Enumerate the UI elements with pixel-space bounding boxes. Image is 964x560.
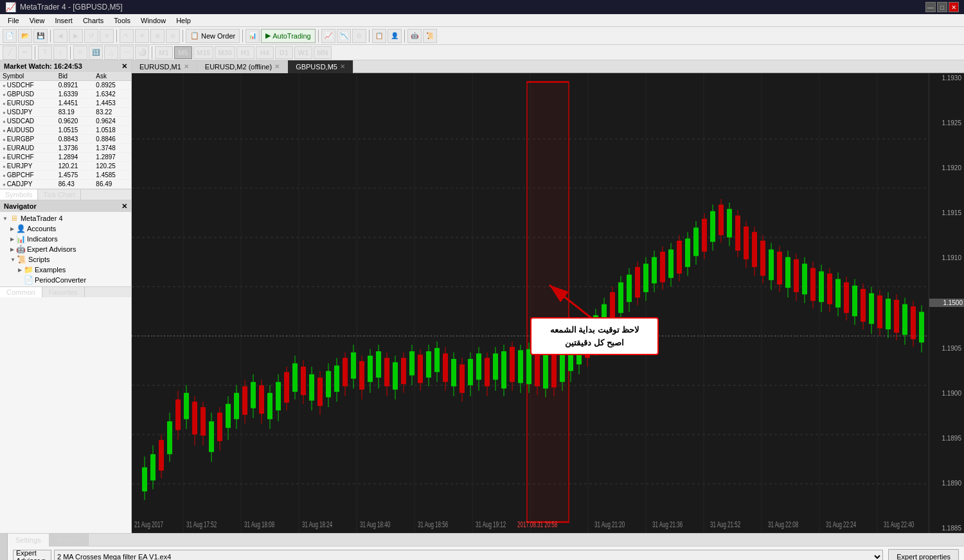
market-watch-row[interactable]: ●EURCHF 1.2894 1.2897 <box>0 153 131 162</box>
ea-type-dropdown[interactable]: Expert Advisor ▾ <box>13 550 51 560</box>
navigator-close[interactable]: ✕ <box>121 202 127 211</box>
chart-tab-gbpusd-m5[interactable]: GBPUSD,M5 ✕ <box>288 60 353 73</box>
nav-item-ea[interactable]: ▶ 🤖 Expert Advisors <box>1 244 130 254</box>
arrow-btn[interactable]: ↕ <box>53 46 67 60</box>
stop-btn[interactable]: ✕ <box>100 29 114 43</box>
market-watch-row[interactable]: ●GBPCHF 1.4575 1.4585 <box>0 171 131 180</box>
line-btn[interactable]: 📈 <box>321 29 335 43</box>
mw-symbol: ●CADJPY <box>0 180 56 189</box>
market-watch-close[interactable]: ✕ <box>121 62 127 71</box>
open-btn[interactable]: 📂 <box>18 29 32 43</box>
svg-rect-114 <box>518 350 523 383</box>
svg-rect-76 <box>359 361 364 389</box>
menu-insert[interactable]: Insert <box>49 15 78 26</box>
zoom-out-btn[interactable]: ⊖ <box>166 29 180 43</box>
indicator-btn[interactable]: ⚙ <box>352 29 366 43</box>
nav-arrow-scripts: ▼ <box>10 257 15 263</box>
window-controls[interactable]: — □ ✕ <box>925 2 959 12</box>
level-btn[interactable]: ≡ <box>73 46 87 60</box>
tf-m30[interactable]: M30 <box>215 46 235 59</box>
nav-label-accounts: Accounts <box>27 225 56 232</box>
nav-item-indicators[interactable]: ▶ 📊 Indicators <box>1 234 130 244</box>
side-collapse-btn[interactable]: ◀ <box>0 534 8 560</box>
ea-select[interactable]: 2 MA Crosses Mega filter EA V1.ex4 <box>54 550 883 560</box>
menu-help[interactable]: Help <box>171 15 196 26</box>
market-watch-row[interactable]: ●EURGBP 0.8843 0.8846 <box>0 135 131 144</box>
tf-h4[interactable]: H4 <box>256 46 274 59</box>
nav-item-root[interactable]: ▼ 🖥 MetaTrader 4 <box>1 213 130 223</box>
nav-tab-favorites[interactable]: Favorites <box>42 287 85 297</box>
mw-tab-symbols[interactable]: Symbols <box>0 189 38 200</box>
auto-trading-button[interactable]: ▶ AutoTrading <box>261 29 316 43</box>
chart-tab-close-0[interactable]: ✕ <box>184 63 189 70</box>
st-tab-journal[interactable]: Journal <box>49 534 89 547</box>
save-btn[interactable]: 💾 <box>33 29 48 43</box>
period-btn[interactable]: 📉 <box>337 29 351 43</box>
nav-item-scripts[interactable]: ▼ 📜 Scripts <box>1 254 130 265</box>
chart-tab-close-2[interactable]: ✕ <box>340 63 345 70</box>
elliot-btn[interactable]: 〰 <box>120 46 134 60</box>
tf-m15[interactable]: M15 <box>193 46 213 59</box>
expert-btn[interactable]: 🤖 <box>407 29 422 43</box>
svg-rect-106 <box>485 358 490 386</box>
tf-m5[interactable]: M5 <box>174 46 192 59</box>
tf-h1[interactable]: H1 <box>237 46 254 59</box>
mw-tab-tick[interactable]: Tick Chart <box>38 189 81 200</box>
nav-item-examples[interactable]: ▶ 📁 Examples <box>1 265 130 275</box>
cycle-btn[interactable]: ⚪ <box>135 46 149 60</box>
nav-item-accounts[interactable]: ▶ 👤 Accounts <box>1 223 130 234</box>
cursor-btn[interactable]: ↖ <box>120 29 134 43</box>
st-tab-settings[interactable]: Settings <box>8 534 49 547</box>
new-btn[interactable]: 📄 <box>3 29 17 43</box>
crosshair-btn[interactable]: ✛ <box>135 29 149 43</box>
nav-tab-common[interactable]: Common <box>0 287 42 297</box>
menu-window[interactable]: Window <box>136 15 171 26</box>
chart-tab-eurusd-m1[interactable]: EURUSD,M1 ✕ <box>132 60 197 73</box>
market-watch-row[interactable]: ●EURJPY 120.21 120.25 <box>0 162 131 171</box>
zoom-in-btn[interactable]: ⊕ <box>150 29 165 43</box>
close-button[interactable]: ✕ <box>949 2 959 12</box>
profile-btn[interactable]: 👤 <box>388 29 402 43</box>
chart-tab-eurusd-m2[interactable]: EURUSD,M2 (offline) ✕ <box>197 60 288 73</box>
market-watch-row[interactable]: ●EURAUD 1.3736 1.3748 <box>0 144 131 153</box>
navigator-panel: Navigator ✕ ▼ 🖥 MetaTrader 4 ▶ 👤 Account… <box>0 200 131 533</box>
draw-btn[interactable]: ✏ <box>18 46 32 60</box>
svg-rect-46 <box>234 393 239 419</box>
market-watch-row[interactable]: ●AUDUSD 1.0515 1.0518 <box>0 126 131 135</box>
menu-view[interactable]: View <box>24 15 50 26</box>
nav-folder-icon-ea: 🤖 <box>16 245 25 254</box>
fib-btn[interactable]: 🔢 <box>89 46 103 60</box>
tf-mn[interactable]: MN <box>314 46 332 59</box>
yaxis-label-7: 1.1900 <box>929 390 964 397</box>
minimize-button[interactable]: — <box>925 2 936 12</box>
reload-btn[interactable]: ↺ <box>84 29 98 43</box>
tf-w1[interactable]: W1 <box>294 46 312 59</box>
tf-m1[interactable]: M1 <box>155 46 173 59</box>
gann-btn[interactable]: △ <box>104 46 118 60</box>
market-watch-row[interactable]: ●CADJPY 86.43 86.49 <box>0 180 131 189</box>
back-btn[interactable]: ◀ <box>53 29 67 43</box>
market-watch-row[interactable]: ●USDJPY 83.19 83.22 <box>0 108 131 117</box>
svg-rect-108 <box>493 353 498 380</box>
expert-properties-button[interactable]: Expert properties <box>888 549 959 560</box>
market-watch-row[interactable]: ●USDCAD 0.9620 0.9624 <box>0 117 131 126</box>
maximize-button[interactable]: □ <box>937 2 947 12</box>
template-btn[interactable]: 📋 <box>372 29 386 43</box>
chart-canvas[interactable]: GBPUSD,M5 1.1907 1.1908 1.1907 1.1908 <box>132 73 929 533</box>
menu-charts[interactable]: Charts <box>78 15 109 26</box>
tf-d1[interactable]: D1 <box>275 46 293 59</box>
chart-type-btn[interactable]: 📊 <box>245 29 260 43</box>
scripts-btn[interactable]: 📜 <box>423 29 437 43</box>
market-watch-row[interactable]: ●GBPUSD 1.6339 1.6342 <box>0 90 131 99</box>
text-btn[interactable]: T <box>38 46 52 60</box>
svg-rect-140 <box>627 275 632 302</box>
market-watch-row[interactable]: ●USDCHF 0.8921 0.8925 <box>0 81 131 90</box>
menu-tools[interactable]: Tools <box>109 15 136 26</box>
menu-file[interactable]: File <box>3 15 24 26</box>
new-order-button[interactable]: 📋 New Order <box>186 29 240 43</box>
line-tools[interactable]: ╱ <box>3 46 17 60</box>
fwd-btn[interactable]: ▶ <box>69 29 83 43</box>
nav-item-periodconverter[interactable]: ▶ 📄 PeriodConverter <box>1 275 130 285</box>
market-watch-row[interactable]: ●EURUSD 1.4451 1.4453 <box>0 99 131 108</box>
chart-tab-close-1[interactable]: ✕ <box>274 63 280 70</box>
